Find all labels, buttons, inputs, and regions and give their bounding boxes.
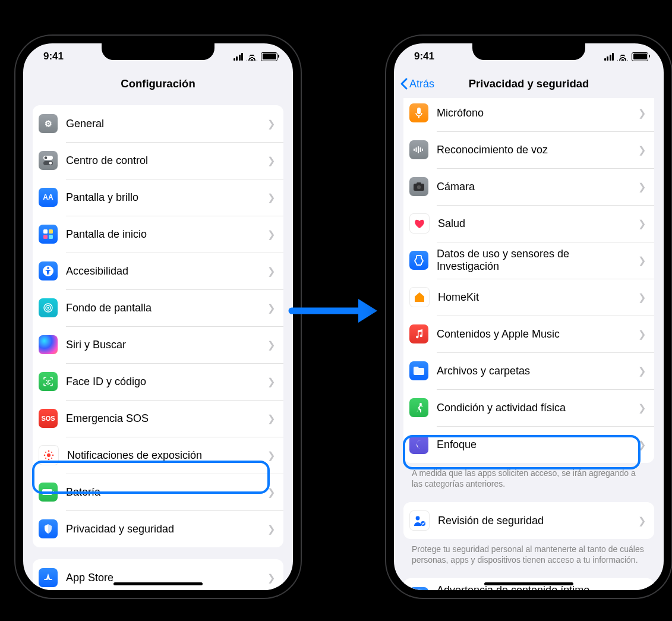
svg-rect-24 <box>42 489 52 495</box>
svg-rect-38 <box>420 147 421 152</box>
row-display-brightness[interactable]: AA Pantalla y brillo ❯ <box>33 179 283 216</box>
row-siri-search[interactable]: Siri y Buscar ❯ <box>33 326 283 363</box>
svg-point-17 <box>48 459 50 461</box>
chevron-right-icon: ❯ <box>638 365 646 377</box>
status-time: 9:41 <box>414 51 434 62</box>
row-homekit[interactable]: HomeKit ❯ <box>403 279 654 316</box>
chevron-right-icon: ❯ <box>267 155 275 166</box>
svg-rect-33 <box>417 108 421 114</box>
row-label: Face ID y código <box>66 376 259 388</box>
row-privacy-security[interactable]: Privacidad y seguridad ❯ <box>33 510 283 547</box>
cellular-signal-icon <box>234 53 244 61</box>
row-general[interactable]: ⚙︎ General ❯ <box>33 105 283 142</box>
row-battery[interactable]: Batería ❯ <box>33 474 283 510</box>
camera-icon <box>409 177 428 196</box>
svg-rect-4 <box>43 229 48 234</box>
svg-point-44 <box>416 516 420 521</box>
row-health[interactable]: Salud ❯ <box>403 205 654 242</box>
row-label: HomeKit <box>438 291 630 304</box>
home-indicator[interactable] <box>484 582 573 585</box>
appstore-icon <box>39 568 58 587</box>
row-label: Centro de control <box>66 155 259 167</box>
faceid-icon <box>39 372 58 391</box>
svg-point-20 <box>45 452 46 453</box>
row-faceid-passcode[interactable]: Face ID y código ❯ <box>33 363 283 400</box>
fitness-icon <box>409 398 428 417</box>
research-icon <box>409 251 428 270</box>
row-accessibility[interactable]: Accesibilidad ❯ <box>33 253 283 289</box>
row-speech-recognition[interactable]: Reconocimiento de voz ❯ <box>403 131 654 168</box>
svg-point-16 <box>48 450 50 452</box>
row-label: Archivos y carpetas <box>437 365 630 377</box>
svg-point-9 <box>47 267 49 269</box>
row-control-center[interactable]: Centro de control ❯ <box>33 142 283 179</box>
content-scroll[interactable]: ⚙︎ General ❯ Centro de control ❯ AA Pant… <box>23 98 293 590</box>
row-label: Siri y Buscar <box>66 339 259 351</box>
chevron-right-icon: ❯ <box>638 181 646 193</box>
svg-rect-39 <box>422 149 423 151</box>
row-camera[interactable]: Cámara ❯ <box>403 168 654 205</box>
chevron-right-icon: ❯ <box>638 515 646 527</box>
row-microphone[interactable]: Micrófono ❯ <box>403 98 654 131</box>
chevron-right-icon: ❯ <box>638 218 646 229</box>
sos-icon: SOS <box>39 409 58 428</box>
row-focus[interactable]: Enfoque ❯ <box>403 426 654 463</box>
svg-point-13 <box>46 380 47 381</box>
home-indicator[interactable] <box>113 582 203 585</box>
exposure-icon <box>39 445 59 465</box>
row-wallpaper[interactable]: Fondo de pantalla ❯ <box>33 289 283 326</box>
wifi-icon <box>247 52 257 61</box>
phone-privacy: 9:41 Atrás Privacidad y seguridad Micr <box>386 36 671 598</box>
row-label: General <box>66 118 259 130</box>
row-app-store[interactable]: App Store ❯ <box>33 559 283 590</box>
row-label: Revisión de seguridad <box>438 515 630 527</box>
privacy-group-1: Micrófono ❯ Reconocimiento de voz ❯ Cáma… <box>403 98 654 463</box>
row-files-folders[interactable]: Archivos y carpetas ❯ <box>403 352 654 389</box>
content-scroll[interactable]: Micrófono ❯ Reconocimiento de voz ❯ Cáma… <box>394 98 664 590</box>
health-icon <box>409 213 430 234</box>
row-research-sensors[interactable]: Datos de uso y sensores de Investigación… <box>403 242 654 279</box>
sensitive-content-icon <box>409 587 428 590</box>
chevron-right-icon: ❯ <box>267 229 275 240</box>
back-button[interactable]: Atrás <box>400 70 434 98</box>
phone-settings: 9:41 Configuración ⚙︎ General ❯ <box>15 36 301 598</box>
safety-check-icon <box>409 510 430 531</box>
chevron-right-icon: ❯ <box>638 402 646 414</box>
row-apple-music[interactable]: Contenidos y Apple Music ❯ <box>403 316 654 352</box>
notch <box>102 43 214 60</box>
row-label: Pantalla y brillo <box>66 191 259 204</box>
svg-rect-34 <box>418 116 419 118</box>
settings-group-2: App Store ❯ Wallet y Apple Pay ❯ <box>33 559 283 590</box>
row-label: Pantalla de inicio <box>66 228 259 241</box>
notch <box>472 43 585 60</box>
row-label: Accesibilidad <box>66 265 259 278</box>
control-center-icon <box>39 151 58 170</box>
chevron-right-icon: ❯ <box>267 487 275 498</box>
chevron-right-icon: ❯ <box>267 266 275 277</box>
svg-rect-5 <box>49 229 53 234</box>
svg-point-15 <box>47 453 51 457</box>
arrow-right-icon <box>288 294 383 327</box>
svg-rect-6 <box>43 235 48 239</box>
row-home-screen[interactable]: Pantalla de inicio ❯ <box>33 216 283 253</box>
row-motion-fitness[interactable]: Condición y actividad física ❯ <box>403 389 654 426</box>
row-exposure-notifications[interactable]: Notificaciones de exposición ❯ <box>33 437 283 474</box>
row-label: Privacidad y seguridad <box>66 523 259 535</box>
cellular-signal-icon <box>604 53 614 61</box>
row-label: Fondo de pantalla <box>66 302 259 314</box>
battery-icon-status <box>632 52 648 61</box>
chevron-right-icon: ❯ <box>638 329 646 340</box>
row-label: Notificaciones de exposición <box>67 449 259 462</box>
gear-icon: ⚙︎ <box>39 114 58 133</box>
row-label: Datos de uso y sensores de Investigación <box>437 248 630 273</box>
microphone-icon <box>409 103 428 122</box>
svg-rect-41 <box>417 182 421 185</box>
svg-point-19 <box>52 455 54 456</box>
svg-rect-35 <box>414 149 415 151</box>
wallpaper-icon <box>39 298 58 317</box>
back-label: Atrás <box>409 78 434 90</box>
row-safety-check[interactable]: Revisión de seguridad ❯ <box>403 502 654 539</box>
row-emergency-sos[interactable]: SOS Emergencia SOS ❯ <box>33 400 283 437</box>
homekit-icon <box>409 287 430 307</box>
chevron-right-icon: ❯ <box>638 108 646 119</box>
